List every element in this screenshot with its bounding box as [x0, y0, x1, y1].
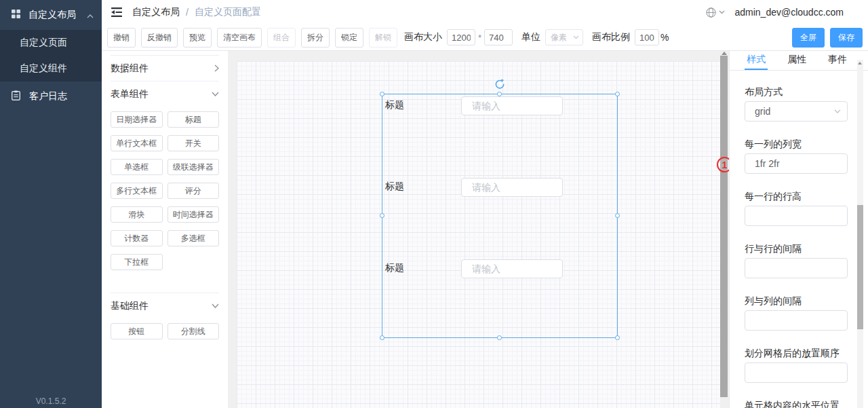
toolbar-button[interactable]: 预览: [183, 28, 212, 48]
inspector-tab[interactable]: 属性: [785, 51, 808, 70]
component-button[interactable]: 评分: [167, 183, 220, 199]
scrollbar-thumb[interactable]: [720, 56, 728, 397]
unit-select[interactable]: 像素: [545, 29, 583, 45]
component-button[interactable]: 单行文本框: [111, 135, 163, 151]
row-text-input[interactable]: [461, 259, 563, 278]
app-header: 自定义布局 / 自定义页面配置 admin_dev@cloudcc.com: [102, 0, 868, 24]
scrollbar-arrow-up-icon[interactable]: [722, 52, 727, 55]
sidebar-submenu-item[interactable]: 自定义页面: [0, 30, 102, 56]
canvas-form-row[interactable]: 标题: [382, 257, 617, 339]
save-button[interactable]: 保存: [830, 28, 863, 48]
component-button[interactable]: 多行文本框: [111, 183, 163, 199]
field-input[interactable]: [745, 363, 848, 383]
app-version: V0.1.5.2: [0, 396, 102, 406]
canvas-pane: 标题 标题 标题: [228, 51, 729, 408]
field-input[interactable]: [745, 310, 848, 331]
field-input[interactable]: [745, 206, 848, 226]
section-title: 数据组件: [111, 62, 149, 75]
sidebar-item-label: 自定义布局: [28, 9, 76, 21]
row-title-label: 标题: [385, 181, 404, 193]
toolbar-button[interactable]: 清空画布: [217, 28, 262, 48]
style-field: 每一行的行高: [745, 191, 848, 226]
selection-handle-bottom-left[interactable]: [380, 335, 384, 340]
toolbar-button[interactable]: 解锁: [369, 28, 397, 48]
toolbar-button[interactable]: 反撤销: [141, 28, 178, 48]
main-area: 自定义布局 / 自定义页面配置 admin_dev@cloudcc.com 撤销…: [102, 0, 868, 408]
canvas-form-row[interactable]: 标题: [382, 176, 617, 257]
component-button[interactable]: 多选框: [167, 230, 220, 246]
chevron-down-icon: [212, 92, 219, 96]
selection-handle-middle-right[interactable]: [615, 213, 620, 218]
field-value: 1fr 2fr: [755, 158, 780, 169]
component-button[interactable]: 滑块: [111, 206, 163, 223]
component-button[interactable]: 级联选择器: [167, 159, 220, 175]
toolbar-button[interactable]: 锁定: [335, 28, 363, 48]
chevron-right-icon: [214, 64, 219, 72]
scrollbar-thumb[interactable]: [857, 205, 863, 329]
collapse-sidebar-icon[interactable]: [111, 7, 122, 17]
sidebar-submenu-item[interactable]: 自定义组件: [0, 56, 102, 81]
row-text-input[interactable]: [461, 178, 563, 197]
component-button[interactable]: 计数器: [111, 230, 163, 246]
components-panel: 数据组件 表单组件 日期选择器标题单行文本框开关单选框级联选择器多行文本框评分滑…: [102, 51, 228, 408]
field-label: 每一行的行高: [745, 191, 848, 202]
toolbar-button[interactable]: 撤销: [107, 28, 136, 48]
header-right: admin_dev@cloudcc.com: [706, 7, 859, 18]
breadcrumb-root[interactable]: 自定义布局: [132, 6, 180, 18]
rotate-clockwise-icon[interactable]: [494, 78, 506, 92]
inspector-panel: 样式属性事件 布局方式 grid 每一列的列宽 1fr 2fr: [729, 51, 868, 408]
field-input[interactable]: grid: [745, 101, 848, 122]
fullscreen-button[interactable]: 全屏: [792, 28, 825, 48]
user-email: admin_dev@cloudcc.com: [734, 7, 844, 18]
component-button[interactable]: 日期选择器: [111, 111, 163, 128]
selection-handle-middle-left[interactable]: [380, 213, 384, 218]
breadcrumb-separator: /: [186, 7, 189, 18]
inspector-tab[interactable]: 事件: [826, 51, 849, 70]
selection-handle-bottom-center[interactable]: [497, 335, 502, 340]
selection-handle-bottom-right[interactable]: [615, 335, 620, 340]
style-field: 单元格内容的水平位置: [745, 400, 848, 408]
canvas-width-input[interactable]: [447, 29, 475, 45]
field-input[interactable]: 1fr 2fr: [745, 153, 848, 174]
selection-handle-top-center[interactable]: [497, 92, 502, 96]
toolbar-right: 全屏 保存: [787, 28, 868, 48]
component-button[interactable]: 单选框: [111, 159, 163, 175]
toolbar-button[interactable]: 拆分: [301, 28, 330, 48]
scrollbar-arrow-up-icon[interactable]: [858, 62, 862, 64]
sidebar-item-custom-layout[interactable]: 自定义布局: [0, 0, 102, 30]
selection-handle-top-left[interactable]: [380, 92, 384, 96]
section-form-components[interactable]: 表单组件: [111, 81, 219, 107]
style-field: 布局方式 grid: [745, 86, 848, 122]
field-input[interactable]: [745, 258, 848, 278]
component-button[interactable]: 按钮: [111, 323, 163, 339]
canvas-scale-label: 画布比例: [592, 31, 630, 43]
component-button[interactable]: 标题: [167, 111, 220, 128]
submenu-item-label: 自定义组件: [20, 62, 67, 75]
section-data-components[interactable]: 数据组件: [111, 56, 219, 81]
canvas-vertical-scrollbar[interactable]: [720, 51, 728, 408]
component-button[interactable]: 下拉框: [111, 254, 163, 270]
design-canvas[interactable]: 标题 标题 标题: [237, 61, 720, 408]
sidebar: 自定义布局 自定义页面 自定义组件 客户日志 V0.1.5.2: [0, 0, 102, 408]
inspector-tab[interactable]: 样式: [745, 51, 768, 70]
component-button[interactable]: 开关: [167, 135, 220, 151]
language-dropdown[interactable]: [706, 7, 725, 18]
selection-handle-top-right[interactable]: [615, 92, 620, 96]
canvas-size-label: 画布大小: [404, 31, 442, 43]
canvas-form-row[interactable]: 标题: [382, 94, 617, 176]
component-button[interactable]: 时间选择器: [167, 206, 220, 223]
field-label: 行与行的间隔: [745, 243, 848, 254]
toolbar-button[interactable]: 组合: [267, 28, 296, 48]
canvas-height-input[interactable]: [484, 29, 513, 45]
row-text-input[interactable]: [461, 96, 563, 115]
component-button[interactable]: 分割线: [167, 323, 220, 339]
section-basic-components[interactable]: 基础组件: [111, 293, 219, 318]
inspector-vertical-scrollbar[interactable]: [857, 60, 863, 408]
breadcrumb: 自定义布局 / 自定义页面配置: [132, 6, 261, 18]
toolbar-buttons: 撤销反撤销预览清空画布组合拆分锁定解锁: [107, 28, 403, 48]
sidebar-item-customer-log[interactable]: 客户日志: [0, 81, 102, 111]
canvas-scale-input[interactable]: [635, 29, 659, 45]
basic-components-grid: 按钮分割线: [111, 318, 219, 354]
unit-select-value: 像素: [551, 32, 567, 43]
selected-grid-component[interactable]: 标题 标题 标题: [382, 94, 618, 338]
